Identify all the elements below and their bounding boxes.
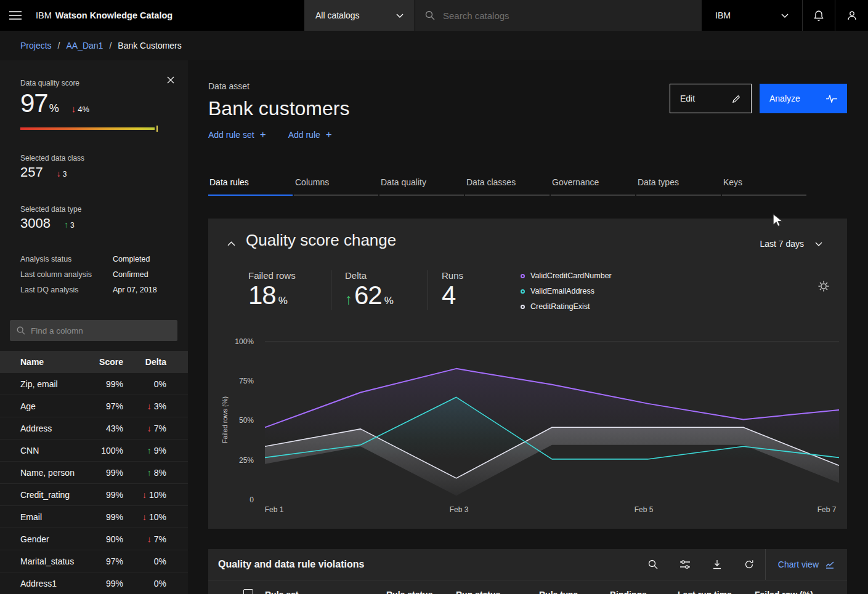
violations-download-button[interactable] [701,549,733,580]
chevron-up-icon [227,241,235,246]
metric-runs: Runs 4 [442,270,491,310]
notifications-button[interactable] [802,0,835,31]
tab-data-rules[interactable]: Data rules [208,174,293,196]
add-rule-link[interactable]: Add rule + [288,129,332,141]
plus-icon: + [260,129,266,141]
table-row[interactable]: Address 43% ↓7% [0,417,188,439]
refresh-icon [744,560,754,569]
selected-data-type-stat: Selected data type 3008 ↑ 3 [20,205,168,231]
tab-data-types[interactable]: Data types [636,174,721,196]
chart-settings-button[interactable] [816,279,831,294]
arrow-down-icon: ↓ [57,169,61,179]
violations-title: Quality and data rule violations [218,559,364,570]
asset-tabs: Data rules Columns Data quality Data cla… [208,174,868,196]
quality-score-delta: ↓ 4% [71,103,89,114]
search-icon [17,326,25,335]
y-axis-tick: 50% [223,416,254,425]
last-column-analysis-label: Last column analysis [20,270,113,279]
delta-arrow-icon: ↓ [147,401,152,411]
legend-item-credit-rating-exist[interactable]: CreditRatingExist [521,302,612,311]
tab-data-quality[interactable]: Data quality [379,174,464,196]
tab-keys[interactable]: Keys [722,174,806,196]
legend-item-valid-credit-card-number[interactable]: ValidCreditCardNumber [521,271,612,280]
select-all-checkbox[interactable] [243,589,253,594]
violations-header-run-status: Run status [456,590,500,594]
header-name: Name [20,357,86,367]
search-icon [648,560,658,569]
chart-view-toggle[interactable]: Chart view [765,549,847,580]
violations-header-last-run-time: Last run time [678,590,732,594]
breadcrumb-separator: / [109,41,112,50]
close-panel-button[interactable] [163,73,178,87]
edit-button[interactable]: Edit [670,84,752,113]
table-row[interactable]: CNN 100% ↑9% [0,439,188,462]
catalogs-dropdown-label: All catalogs [315,10,360,20]
violations-table-header: Rule set Rule status Run status Rule typ… [208,580,847,594]
analyze-activity-icon [826,95,837,103]
chart-view-icon [825,560,835,569]
delta-arrow-icon: ↓ [147,423,152,433]
last-dq-analysis-label: Last DQ analysis [20,286,113,294]
violations-search-button[interactable] [637,549,669,580]
edit-pencil-icon [732,94,741,103]
violations-header-failed-row: Failed row (%) [755,590,813,594]
table-row[interactable]: Address1 99% 0% [0,572,188,594]
quality-score-change-card: Quality score change Last 7 days Failed … [208,219,847,529]
x-axis-tick: Feb 3 [450,505,469,514]
delta-arrow-icon: ↓ [142,512,147,522]
chevron-down-icon [815,242,822,246]
find-column-search [10,320,177,341]
add-rule-set-link[interactable]: Add rule set + [208,129,266,141]
account-dropdown[interactable]: IBM [702,0,802,31]
quality-score-label: Data quality score [20,79,168,87]
product-name: Watson Knowledge Catalog [55,10,172,20]
find-column-input[interactable] [31,326,171,335]
table-row[interactable]: Name, person 99% ↑8% [0,462,188,484]
violations-header-bindings: Bindings [610,590,647,594]
table-row[interactable]: Credit_rating 99% ↓10% [0,484,188,506]
violations-header-rule-set: Rule set [265,590,298,594]
last-dq-analysis-value: Apr 07, 2018 [113,286,168,294]
period-dropdown[interactable]: Last 7 days [760,239,822,249]
breadcrumb-current-page: Bank Customers [118,41,181,50]
columns-table-header: Name Score Delta [0,351,188,373]
search-input[interactable] [443,10,692,21]
quality-score-value: 97 % ↓ 4% [20,89,168,118]
violations-header-rule-type: Rule type [539,590,578,594]
gradient-bar-marker [156,126,158,132]
breadcrumb-link-project[interactable]: AA_Dan1 [66,41,103,50]
chart-metrics: Failed rows 18 % Delta ↑ 62 % Runs [248,270,505,310]
violations-header-rule-status: Rule status [386,590,432,594]
hamburger-menu-button[interactable] [0,0,31,31]
x-axis-tick: Feb 1 [265,505,284,514]
filter-sliders-icon [680,560,690,569]
tab-columns[interactable]: Columns [294,174,378,196]
catalogs-dropdown[interactable]: All catalogs [304,0,415,31]
analysis-status-list: Analysis status Completed Last column an… [20,255,168,294]
legend-ring-icon [521,305,525,309]
violations-card: Quality and data rule violations [208,549,847,594]
y-axis-tick: 25% [223,456,254,465]
collapse-card-button[interactable] [224,237,238,251]
table-row[interactable]: Age 97% ↓3% [0,395,188,417]
violations-refresh-button[interactable] [733,549,765,580]
table-row[interactable]: Gender 90% ↓7% [0,528,188,550]
tab-data-classes[interactable]: Data classes [465,174,550,196]
table-row[interactable]: Email 99% ↓10% [0,506,188,528]
legend-item-valid-email-address[interactable]: ValidEmailAddress [521,287,612,295]
profile-button[interactable] [835,0,868,31]
violations-filter-button[interactable] [669,549,701,580]
score-gradient-bar [20,126,168,132]
analysis-status-label: Analysis status [20,255,113,263]
delta-arrow-icon: ↓ [142,490,147,500]
table-row[interactable]: Marital_status 97% 0% [0,550,188,572]
plus-icon: + [326,129,332,141]
top-nav: IBM Watson Knowledge Catalog All catalog… [0,0,868,31]
tab-governance[interactable]: Governance [551,174,635,196]
table-row[interactable]: Zip, email 99% 0% [0,373,188,395]
close-icon [167,76,174,84]
x-axis-tick: Feb 7 [817,505,837,514]
analyze-button[interactable]: Analyze [760,84,847,113]
breadcrumb-link-projects[interactable]: Projects [20,41,52,50]
arrow-up-icon: ↑ [64,220,68,230]
